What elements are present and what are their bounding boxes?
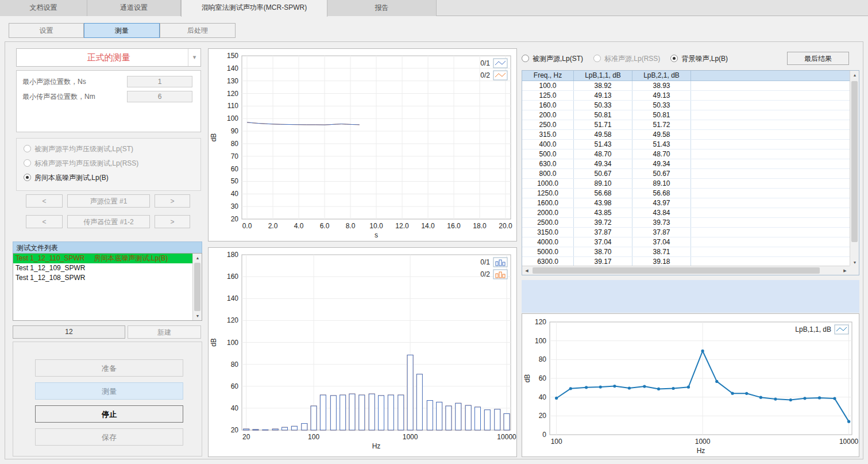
subtab-postprocessing[interactable]: 后处理: [160, 23, 236, 38]
table-cell-filler: [691, 218, 850, 227]
radio-lp-b[interactable]: 房间本底噪声测试,Lp(B): [17, 171, 200, 185]
min-mic-positions-input[interactable]: [127, 91, 192, 102]
file-list-scrollbar[interactable]: ▲ ▼: [192, 254, 202, 320]
table-vertical-scrollbar[interactable]: ▲ ▼: [850, 71, 859, 267]
file-list-item[interactable]: Test 1_12_109_SPWR: [13, 263, 192, 273]
scroll-left-icon[interactable]: ◀: [522, 266, 531, 275]
source-next-button[interactable]: >: [155, 194, 190, 208]
measurement-mode-dropdown[interactable]: 正式的测量 ▾: [16, 48, 201, 67]
table-header-filler: [691, 71, 859, 80]
table-row[interactable]: 400.051.4351.43: [522, 140, 850, 149]
source-position-button[interactable]: 声源位置 #1: [67, 194, 150, 208]
table-cell: 2500.0: [522, 218, 574, 227]
mic-position-button[interactable]: 传声器位置 #1-2: [67, 215, 150, 228]
table-row[interactable]: 1250.056.6856.68: [522, 189, 850, 198]
radio-label: 房间本底噪声测试,Lp(B): [34, 174, 109, 182]
spectrum-svg: 2040608010012014016018020100100010000dBH…: [209, 248, 516, 457]
table-row[interactable]: 2500.039.7239.73: [522, 218, 850, 228]
radio-lp-rss[interactable]: 标准声源平均声压级测试,Lp(RSS): [17, 156, 200, 171]
table-cell: 39.17: [574, 257, 632, 266]
svg-text:130: 130: [227, 77, 238, 85]
prepare-button[interactable]: 准备: [35, 359, 183, 377]
subtab-settings[interactable]: 设置: [9, 23, 84, 38]
scrollbar-thumb[interactable]: [194, 263, 200, 311]
mic-next-button[interactable]: >: [155, 215, 190, 228]
radio-button-icon[interactable]: [24, 159, 31, 167]
scrollbar-thumb[interactable]: [851, 81, 858, 242]
source-prev-button[interactable]: <: [26, 194, 63, 208]
svg-text:2.0: 2.0: [268, 222, 278, 230]
table-row[interactable]: 100.038.9238.93: [522, 81, 850, 91]
stop-button[interactable]: 停止: [35, 405, 183, 423]
table-row[interactable]: 1000.089.1089.10: [522, 179, 850, 189]
subtab-measurement[interactable]: 测量: [84, 23, 160, 38]
final-result-button[interactable]: 最后结果: [787, 52, 849, 65]
svg-text:140: 140: [227, 64, 238, 72]
svg-text:0/2: 0/2: [480, 270, 490, 278]
svg-text:20.0: 20.0: [499, 222, 512, 230]
tab-mcr-spwr[interactable]: 混响室法测试声功率(MCR-SPWR): [181, 0, 327, 17]
rp-radio-lp-st[interactable]: 被测声源,Lp(ST): [522, 52, 583, 66]
table-row[interactable]: 125.049.1349.13: [522, 91, 850, 101]
measure-button[interactable]: 测量: [35, 382, 183, 400]
rp-radio-lp-b[interactable]: 背景噪声,Lp(B): [670, 52, 728, 66]
test-file-list[interactable]: Test 1_12_110_SPWR房间本底噪声测试,Lp(B)Test 1_1…: [13, 253, 202, 321]
radio-lp-st[interactable]: 被测声源平均声压级测试,Lp(ST): [17, 142, 200, 156]
radio-label: 标准声源,Lp(RSS): [604, 55, 660, 63]
table-row[interactable]: 5000.038.7038.71: [522, 247, 850, 257]
table-row[interactable]: 6300.039.1739.18: [522, 257, 850, 266]
spectrum-chart: 2040608010012014016018020100100010000dBH…: [208, 247, 517, 457]
table-row[interactable]: 630.049.3449.34: [522, 159, 850, 169]
min-source-positions-input[interactable]: [127, 76, 192, 87]
save-button[interactable]: 保存: [35, 428, 183, 446]
table-row[interactable]: 1600.043.9843.97: [522, 198, 850, 208]
tab-channel-settings[interactable]: 通道设置: [87, 0, 181, 16]
table-row[interactable]: 250.051.7151.72: [522, 120, 850, 130]
file-list-item[interactable]: Test 1_12_110_SPWR房间本底噪声测试,Lp(B): [13, 254, 192, 263]
tab-document-settings[interactable]: 文档设置: [0, 0, 87, 16]
radio-button-icon[interactable]: [593, 55, 601, 62]
mic-prev-button[interactable]: <: [26, 215, 63, 228]
table-cell: 1250.0: [522, 189, 574, 198]
measurement-mode-value: 正式的测量: [17, 49, 200, 66]
table-cell: 3150.0: [522, 228, 574, 237]
file-list-item[interactable]: Test 1_12_108_SPWR: [13, 273, 192, 283]
table-cell: 89.10: [574, 179, 632, 188]
table-row[interactable]: 4000.037.0437.04: [522, 237, 850, 247]
svg-text:dB: dB: [523, 374, 531, 383]
table-row[interactable]: 500.048.7048.70: [522, 149, 850, 159]
table-row[interactable]: 3150.037.8737.87: [522, 228, 850, 237]
svg-text:4.0: 4.0: [294, 222, 304, 230]
rp-radio-lp-rss[interactable]: 标准声源,Lp(RSS): [593, 52, 660, 66]
result-chart: 020406080100120100100010000dBHzLpB,1,1, …: [522, 313, 859, 457]
svg-text:16.0: 16.0: [447, 222, 461, 230]
radio-button-icon[interactable]: [522, 55, 529, 62]
radio-button-icon[interactable]: [24, 174, 31, 181]
scroll-right-icon[interactable]: ▶: [840, 266, 850, 275]
table-cell: 37.87: [632, 228, 691, 237]
table-horizontal-scrollbar[interactable]: ◀ ▶: [522, 266, 850, 275]
chevron-down-icon[interactable]: ▾: [188, 49, 200, 66]
table-row[interactable]: 2000.043.8543.84: [522, 208, 850, 218]
table-cell-filler: [691, 189, 850, 198]
table-row[interactable]: 800.050.6750.67: [522, 169, 850, 179]
scroll-down-icon[interactable]: ▼: [193, 312, 202, 320]
svg-text:60: 60: [231, 165, 239, 173]
test-type-group: 被测声源平均声压级测试,Lp(ST)标准声源平均声压级测试,Lp(RSS)房间本…: [16, 138, 201, 191]
table-cell-filler: [691, 179, 850, 188]
table-cell: 50.67: [574, 169, 632, 178]
table-row[interactable]: 315.049.5849.58: [522, 130, 850, 140]
table-row[interactable]: 160.050.3350.33: [522, 101, 850, 110]
file-counter-field[interactable]: 12: [13, 325, 125, 339]
tab-report[interactable]: 报告: [327, 0, 437, 16]
new-file-button[interactable]: 新建: [128, 325, 201, 339]
scroll-up-icon[interactable]: ▲: [193, 254, 202, 262]
svg-text:0.0: 0.0: [242, 222, 252, 230]
radio-button-icon[interactable]: [670, 55, 678, 62]
scrollbar-thumb[interactable]: [533, 267, 820, 274]
table-row[interactable]: 200.050.8150.81: [522, 110, 850, 120]
table-cell: 51.72: [632, 120, 691, 129]
scroll-up-icon[interactable]: ▲: [850, 71, 859, 79]
radio-button-icon[interactable]: [24, 145, 31, 152]
scrollbar-corner: [850, 266, 859, 275]
